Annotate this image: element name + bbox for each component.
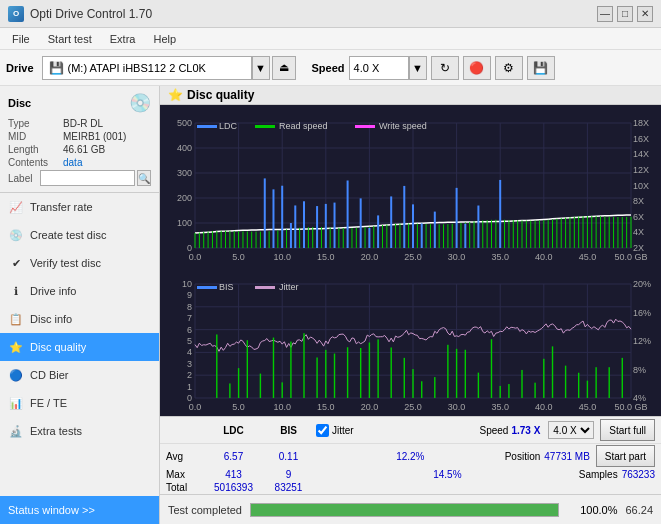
nav-status-window[interactable]: Status window >> <box>0 496 159 524</box>
total-label: Total <box>166 482 206 493</box>
top-chart <box>160 105 661 266</box>
speed-stat-value: 1.73 X <box>511 425 540 436</box>
test-status: Test completed <box>168 504 242 516</box>
position-value: 47731 MB <box>544 451 590 462</box>
bis-header: BIS <box>261 425 316 436</box>
menu-extra[interactable]: Extra <box>102 31 144 47</box>
progress-bar <box>250 503 559 517</box>
samples-label: Samples <box>579 469 618 480</box>
chart-header: ⭐ Disc quality <box>160 86 661 105</box>
start-full-button[interactable]: Start full <box>600 419 655 441</box>
burn-button[interactable]: 🔴 <box>463 56 491 80</box>
nav-drive-info-label: Drive info <box>30 285 76 297</box>
fe-te-icon: 📊 <box>8 395 24 411</box>
nav-create-test-disc[interactable]: 💿 Create test disc <box>0 221 159 249</box>
app-title: Opti Drive Control 1.70 <box>30 7 152 21</box>
sidebar: Disc 💿 Type BD-R DL MID MEIRB1 (001) Len… <box>0 86 160 524</box>
title-bar: O Opti Drive Control 1.70 — □ ✕ <box>0 0 661 28</box>
contents-value: data <box>63 157 82 168</box>
mid-value: MEIRB1 (001) <box>63 131 126 142</box>
nav-disc-quality-label: Disc quality <box>30 341 86 353</box>
type-value: BD-R DL <box>63 118 103 129</box>
drive-selector[interactable]: 💾 (M:) ATAPI iHBS112 2 CL0K <box>42 56 252 80</box>
cd-bier-icon: 🔵 <box>8 367 24 383</box>
speed-selector[interactable]: 4.0 X <box>349 56 409 80</box>
speed-label: Speed <box>312 62 345 74</box>
start-part-button[interactable]: Start part <box>596 445 655 467</box>
refresh-button[interactable]: ↻ <box>431 56 459 80</box>
menu-start-test[interactable]: Start test <box>40 31 100 47</box>
nav-create-test-disc-label: Create test disc <box>30 229 106 241</box>
status-bar: Test completed 100.0% 66.24 <box>160 494 661 524</box>
drive-dropdown-arrow[interactable]: ▼ <box>252 56 270 80</box>
disc-quality-icon: ⭐ <box>8 339 24 355</box>
nav-transfer-rate-label: Transfer rate <box>30 201 93 213</box>
total-bis: 83251 <box>261 482 316 493</box>
eject-button[interactable]: ⏏ <box>272 56 296 80</box>
label-button[interactable]: 🔍 <box>137 170 151 186</box>
nav-transfer-rate[interactable]: 📈 Transfer rate <box>0 193 159 221</box>
sidebar-nav: 📈 Transfer rate 💿 Create test disc ✔ Ver… <box>0 193 159 524</box>
drive-value: (M:) ATAPI iHBS112 2 CL0K <box>68 62 206 74</box>
length-label: Length <box>8 144 63 155</box>
close-button[interactable]: ✕ <box>637 6 653 22</box>
avg-bis: 0.11 <box>261 451 316 462</box>
speed-value: 4.0 X <box>354 62 380 74</box>
progress-percent: 100.0% <box>567 504 617 516</box>
mid-label: MID <box>8 131 63 142</box>
nav-cd-bier[interactable]: 🔵 CD Bier <box>0 361 159 389</box>
app-icon: O <box>8 6 24 22</box>
max-bis: 9 <box>261 469 316 480</box>
speed-stat-select[interactable]: 4.0 X <box>548 421 594 439</box>
nav-disc-info-label: Disc info <box>30 313 72 325</box>
disc-info-icon: 📋 <box>8 311 24 327</box>
drive-label: Drive <box>6 62 34 74</box>
samples-value: 763233 <box>622 469 655 480</box>
speed-dropdown-arrow[interactable]: ▼ <box>409 56 427 80</box>
nav-disc-quality[interactable]: ⭐ Disc quality <box>0 333 159 361</box>
stats-area: LDC BIS Jitter Speed 1.73 X 4.0 X Start … <box>160 416 661 494</box>
right-panel: ⭐ Disc quality LDC BIS Jitter Speed <box>160 86 661 524</box>
status-value: 66.24 <box>625 504 653 516</box>
ldc-header: LDC <box>206 425 261 436</box>
avg-jitter: 12.2% <box>316 451 505 462</box>
settings-button[interactable]: ⚙ <box>495 56 523 80</box>
transfer-rate-icon: 📈 <box>8 199 24 215</box>
save-button[interactable]: 💾 <box>527 56 555 80</box>
menu-bar: File Start test Extra Help <box>0 28 661 50</box>
nav-verify-test-disc-label: Verify test disc <box>30 257 101 269</box>
max-jitter: 14.5% <box>316 469 579 480</box>
nav-fe-te-label: FE / TE <box>30 397 67 409</box>
toolbar: Drive 💾 (M:) ATAPI iHBS112 2 CL0K ▼ ⏏ Sp… <box>0 50 661 86</box>
drive-info-icon: ℹ <box>8 283 24 299</box>
max-label: Max <box>166 469 206 480</box>
jitter-label: Jitter <box>332 425 354 436</box>
progress-fill <box>251 504 558 516</box>
nav-extra-tests-label: Extra tests <box>30 425 82 437</box>
maximize-button[interactable]: □ <box>617 6 633 22</box>
speed-stat-label: Speed <box>479 425 508 436</box>
nav-verify-test-disc[interactable]: ✔ Verify test disc <box>0 249 159 277</box>
minimize-button[interactable]: — <box>597 6 613 22</box>
bottom-chart <box>160 266 661 416</box>
main-area: Disc 💿 Type BD-R DL MID MEIRB1 (001) Len… <box>0 86 661 524</box>
create-test-disc-icon: 💿 <box>8 227 24 243</box>
nav-cd-bier-label: CD Bier <box>30 369 69 381</box>
label-input[interactable] <box>40 170 135 186</box>
charts-area <box>160 105 661 416</box>
nav-fe-te[interactable]: 📊 FE / TE <box>0 389 159 417</box>
status-window-label: Status window >> <box>8 504 95 516</box>
disc-panel: Disc 💿 Type BD-R DL MID MEIRB1 (001) Len… <box>0 86 159 193</box>
menu-file[interactable]: File <box>4 31 38 47</box>
label-label: Label <box>8 173 40 184</box>
nav-drive-info[interactable]: ℹ Drive info <box>0 277 159 305</box>
contents-label: Contents <box>8 157 63 168</box>
menu-help[interactable]: Help <box>145 31 184 47</box>
chart-header-icon: ⭐ <box>168 88 183 102</box>
verify-test-disc-icon: ✔ <box>8 255 24 271</box>
nav-extra-tests[interactable]: 🔬 Extra tests <box>0 417 159 445</box>
jitter-checkbox[interactable] <box>316 424 329 437</box>
nav-disc-info[interactable]: 📋 Disc info <box>0 305 159 333</box>
type-label: Type <box>8 118 63 129</box>
chart-title: Disc quality <box>187 88 254 102</box>
